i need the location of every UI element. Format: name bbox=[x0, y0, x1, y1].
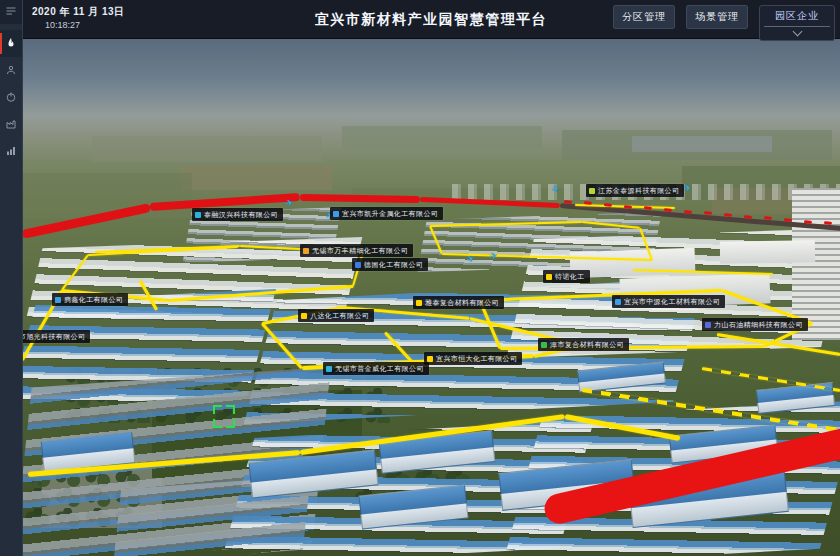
sidebar-item-personnel[interactable] bbox=[0, 57, 22, 84]
company-label-text: 宜兴市旭光科技有限公司 bbox=[22, 332, 85, 341]
company-label[interactable]: 特诺化工 bbox=[543, 270, 590, 283]
highway-segment bbox=[724, 213, 732, 217]
company-label-text: 雅泰复合材料有限公司 bbox=[425, 298, 499, 307]
company-marker-icon bbox=[546, 274, 552, 280]
terrain-patch bbox=[92, 136, 322, 162]
zone-management-button[interactable]: 分区管理 bbox=[613, 5, 675, 29]
company-label-text: 德固化工有限公司 bbox=[364, 260, 423, 269]
highway-segment bbox=[804, 220, 812, 224]
company-marker-icon bbox=[355, 262, 361, 268]
highway-segment bbox=[784, 218, 792, 222]
company-marker-icon bbox=[541, 342, 547, 348]
company-label-text: 宜兴市中源化工材料有限公司 bbox=[624, 297, 720, 306]
company-marker-icon bbox=[589, 188, 595, 194]
hamburger-icon bbox=[5, 3, 17, 21]
company-label[interactable]: 腾鑫化工有限公司 bbox=[52, 293, 128, 306]
company-label-text: 无锡市万丰精细化工有限公司 bbox=[312, 246, 408, 255]
header-actions: 分区管理 场景管理 园区企业 bbox=[613, 5, 835, 41]
scene-management-button[interactable]: 场景管理 bbox=[686, 5, 748, 29]
sidebar-item-energy[interactable] bbox=[0, 84, 22, 111]
company-label-text: 腾鑫化工有限公司 bbox=[64, 295, 123, 304]
sidebar-item-menu[interactable] bbox=[0, 0, 22, 24]
company-marker-icon bbox=[615, 299, 621, 305]
company-label-text: 宜兴市凯升金属化工有限公司 bbox=[342, 209, 438, 218]
company-label-text: 宜兴市恒大化工有限公司 bbox=[436, 354, 517, 363]
company-label-text: 八达化工有限公司 bbox=[310, 311, 369, 320]
company-marker-icon bbox=[195, 212, 201, 218]
company-label[interactable]: 无锡市普金威化工有限公司 bbox=[323, 362, 429, 375]
company-label[interactable]: 力山石油精细科技有限公司 bbox=[702, 318, 808, 331]
terrain-patch bbox=[182, 166, 332, 190]
flame-icon bbox=[5, 35, 17, 53]
sidebar-item-enterprise[interactable] bbox=[0, 111, 22, 138]
company-label[interactable]: 无锡市万丰精细化工有限公司 bbox=[300, 244, 413, 257]
person-icon bbox=[5, 62, 17, 80]
company-label[interactable]: 潭市复合材料有限公司 bbox=[538, 338, 629, 351]
company-marker-icon bbox=[427, 356, 433, 362]
company-marker-icon bbox=[705, 322, 711, 328]
sidebar bbox=[0, 0, 23, 556]
terrain-patch bbox=[632, 136, 772, 152]
factory-icon bbox=[5, 116, 17, 134]
header-bar: 2020 年 11 月 13日 10:18:27 宜兴市新材料产业园智慧管理平台… bbox=[22, 0, 840, 39]
company-label[interactable]: 宜兴市凯升金属化工有限公司 bbox=[330, 207, 443, 220]
highway-segment bbox=[684, 210, 692, 214]
company-label-text: 泰融汉兴科技有限公司 bbox=[204, 210, 278, 219]
highway-segment bbox=[300, 194, 420, 203]
sidebar-item-statistics[interactable] bbox=[0, 138, 22, 165]
sidebar-item-alarm[interactable] bbox=[0, 30, 22, 57]
company-marker-icon bbox=[303, 248, 309, 254]
company-label[interactable]: 宜兴市恒大化工有限公司 bbox=[424, 352, 522, 365]
company-marker-icon bbox=[55, 297, 61, 303]
company-label-text: 无锡市普金威化工有限公司 bbox=[335, 364, 424, 373]
company-label-text: 潭市复合材料有限公司 bbox=[550, 340, 624, 349]
highway-segment bbox=[624, 205, 632, 209]
company-label[interactable]: 宜兴市旭光科技有限公司 bbox=[22, 330, 90, 343]
white-building bbox=[720, 240, 815, 264]
company-marker-icon bbox=[326, 366, 332, 372]
highway-segment bbox=[744, 215, 752, 219]
company-label[interactable]: 江苏金泰源科技有限公司 bbox=[586, 184, 684, 197]
bar-chart-icon bbox=[5, 143, 17, 161]
company-label[interactable]: 八达化工有限公司 bbox=[298, 309, 374, 322]
company-label-text: 江苏金泰源科技有限公司 bbox=[598, 186, 679, 195]
park-enterprise-label: 园区企业 bbox=[760, 6, 834, 26]
company-label-text: 特诺化工 bbox=[555, 272, 585, 281]
selection-box bbox=[213, 405, 235, 428]
company-label[interactable]: 泰融汉兴科技有限公司 bbox=[192, 208, 283, 221]
park-enterprise-dropdown[interactable]: 园区企业 bbox=[759, 5, 835, 41]
company-marker-icon bbox=[333, 211, 339, 217]
power-icon bbox=[5, 89, 17, 107]
company-label-text: 力山石油精细科技有限公司 bbox=[714, 320, 803, 329]
company-label[interactable]: 德固化工有限公司 bbox=[352, 258, 428, 271]
company-marker-icon bbox=[416, 300, 422, 306]
map-3d-view[interactable]: 泰融汉兴科技有限公司宜兴市凯升金属化工有限公司无锡市万丰精细化工有限公司德固化工… bbox=[22, 38, 840, 556]
highway-segment bbox=[564, 200, 572, 204]
company-label[interactable]: 宜兴市中源化工材料有限公司 bbox=[612, 295, 725, 308]
terrain-patch bbox=[342, 126, 542, 150]
company-marker-icon bbox=[301, 313, 307, 319]
company-label[interactable]: 雅泰复合材料有限公司 bbox=[413, 296, 504, 309]
chevron-down-icon bbox=[760, 27, 834, 40]
